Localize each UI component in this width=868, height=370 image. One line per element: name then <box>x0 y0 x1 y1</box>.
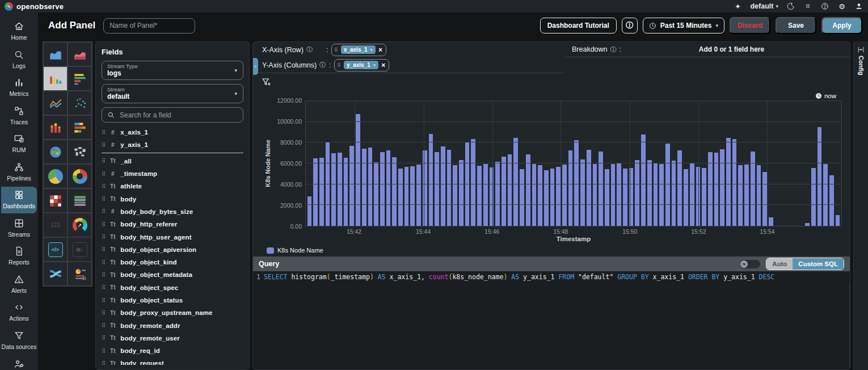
bar[interactable] <box>562 165 567 226</box>
bar[interactable] <box>720 149 724 226</box>
bar[interactable] <box>398 169 403 226</box>
drag-handle-icon[interactable]: ⠿ <box>102 221 105 228</box>
org-selector[interactable]: default ▾ <box>750 2 778 10</box>
settings-icon[interactable]: ⚙ <box>837 2 846 11</box>
remove-y-field-icon[interactable]: × <box>381 61 385 69</box>
bar[interactable] <box>508 154 512 226</box>
bar[interactable] <box>744 165 749 226</box>
field-item-body_object_status[interactable]: ⠿Ttbody_object_status <box>102 294 243 306</box>
field-item-body_request[interactable]: ⠿Ttbody_request <box>102 357 243 365</box>
bar[interactable] <box>349 146 354 226</box>
bar[interactable] <box>392 157 397 226</box>
field-item-body[interactable]: ⠿Ttbody <box>102 192 243 205</box>
field-item-body_object_spec[interactable]: ⠿Ttbody_object_spec <box>102 281 243 294</box>
info-button[interactable]: ⓘ <box>622 18 638 33</box>
bar[interactable] <box>526 154 530 226</box>
x-axis-chip-field[interactable]: x_axis_1▾ <box>341 45 376 54</box>
bar[interactable] <box>823 164 828 226</box>
bar[interactable] <box>726 138 731 226</box>
chart-legend[interactable]: K8s Node Name <box>263 245 842 257</box>
field-item-body_object_kind[interactable]: ⠿Ttbody_object_kind <box>102 256 243 268</box>
config-sidebar-tab[interactable]: Config <box>853 41 868 370</box>
discard-button[interactable]: Discard <box>730 17 770 34</box>
bar[interactable] <box>574 140 579 226</box>
dashboard-tutorial-button[interactable]: Dashboard Tutorial <box>540 18 617 33</box>
bar[interactable] <box>447 150 452 226</box>
bar[interactable] <box>836 215 840 226</box>
bar[interactable] <box>568 150 573 226</box>
drag-handle-icon[interactable]: ⠿ <box>102 335 105 341</box>
bar[interactable] <box>477 166 482 226</box>
bar[interactable] <box>829 175 834 226</box>
chart-type-area-icon[interactable] <box>43 42 68 66</box>
bar[interactable] <box>805 223 810 226</box>
panel-name-input[interactable] <box>103 18 195 33</box>
sidebar-item-data-sources[interactable]: Data sources <box>1 327 37 354</box>
bar[interactable] <box>483 164 488 226</box>
field-item-_timestamp[interactable]: ⠿#_timestamp <box>102 167 243 180</box>
drag-handle-icon[interactable]: ⠿ <box>102 297 105 304</box>
drag-handle-icon[interactable]: ⠿ <box>102 158 105 164</box>
bar[interactable] <box>471 139 475 226</box>
sql-editor-line[interactable]: 1SELECT histogram(_timestamp) AS x_axis_… <box>253 271 850 283</box>
drag-handle-icon[interactable]: ⠿ <box>102 348 105 354</box>
bar[interactable] <box>672 161 676 226</box>
drag-handle-icon[interactable]: ⠿ <box>102 171 105 177</box>
add-filter-icon[interactable] <box>261 77 271 87</box>
bar[interactable] <box>453 165 457 226</box>
bar[interactable] <box>374 162 378 226</box>
drag-handle-icon[interactable]: ⠿ <box>102 196 105 202</box>
bar-chart-plot[interactable] <box>305 100 842 226</box>
field-item-athlete[interactable]: ⠿Ttathlete <box>102 180 243 192</box>
breakdown-dropzone[interactable]: Breakdown ⓘ: Add 0 or 1 field here <box>564 42 850 57</box>
bar[interactable] <box>654 163 658 226</box>
bar[interactable] <box>319 158 324 226</box>
y-axis-chip[interactable]: ⠿ y_axis_1▾ × <box>334 59 389 72</box>
dark-mode-icon[interactable] <box>786 2 795 11</box>
slack-icon[interactable]: ⌗ <box>803 2 812 11</box>
bar[interactable] <box>677 150 682 226</box>
bar[interactable] <box>605 169 609 226</box>
bar[interactable] <box>659 164 664 226</box>
bar[interactable] <box>356 114 360 226</box>
drag-handle-icon[interactable]: ⠿ <box>102 129 105 136</box>
field-item-body_body_bytes_size[interactable]: ⠿#body_body_bytes_size <box>102 205 243 218</box>
bar[interactable] <box>641 134 646 226</box>
bar[interactable] <box>307 196 312 226</box>
chart-type-geomap-icon[interactable] <box>43 140 68 164</box>
save-button[interactable]: Save <box>776 17 816 34</box>
bar[interactable] <box>313 158 318 226</box>
field-item-body_object_apiversion[interactable]: ⠿Ttbody_object_apiversion <box>102 243 243 256</box>
chart-type-area-stacked-icon[interactable] <box>68 42 92 66</box>
sql-editor-body[interactable] <box>253 283 850 369</box>
bar[interactable] <box>593 164 597 226</box>
sidebar-item-logs[interactable]: Logs <box>1 47 37 73</box>
bar[interactable] <box>520 169 524 226</box>
bar[interactable] <box>587 150 591 226</box>
collapse-fields-handle[interactable]: ‹ <box>253 58 258 75</box>
bar[interactable] <box>556 167 561 226</box>
field-item-body_remote_addr[interactable]: ⠿Ttbody_remote_addr <box>102 319 243 331</box>
bar[interactable] <box>714 153 719 226</box>
bar[interactable] <box>502 157 506 226</box>
chart-type-scatter-icon[interactable] <box>68 91 92 115</box>
drag-handle-icon[interactable]: ⠿ <box>102 284 105 291</box>
chart-type-donut-icon[interactable] <box>68 164 92 188</box>
chart-type-h-bar-icon[interactable] <box>68 66 92 91</box>
field-item-y_axis_1[interactable]: ⠿#y_axis_1 <box>102 138 243 151</box>
drag-handle-icon[interactable]: ⠿ <box>102 246 105 253</box>
account-icon[interactable] <box>854 2 863 11</box>
bar[interactable] <box>386 150 391 226</box>
sidebar-item-metrics[interactable]: Metrics <box>1 74 37 101</box>
field-item-x_axis_1[interactable]: ⠿#x_axis_1 <box>102 126 243 138</box>
chart-type-maps-icon[interactable] <box>68 140 92 164</box>
sidebar-item-iam[interactable]: IAM <box>1 356 37 370</box>
bar[interactable] <box>538 165 542 226</box>
apply-button[interactable]: Apply <box>821 17 862 34</box>
sidebar-item-traces[interactable]: Traces <box>1 103 37 129</box>
sidebar-item-alerts[interactable]: Alerts <box>1 271 37 298</box>
stream-type-select[interactable]: Stream Type logs ▾ <box>102 61 243 80</box>
bar[interactable] <box>732 139 737 226</box>
chart-type-table-icon[interactable] <box>68 188 92 213</box>
chart-type-sankey-icon[interactable] <box>43 262 68 286</box>
